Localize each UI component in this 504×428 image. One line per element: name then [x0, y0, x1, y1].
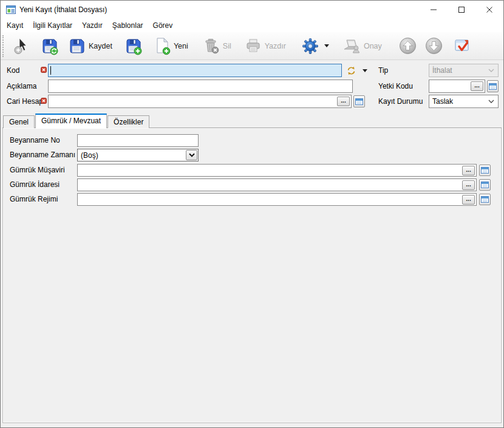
cari-hesap-field: ... — [48, 95, 352, 108]
beyanname-no-input[interactable] — [77, 134, 199, 147]
sync-gold-icon[interactable] — [346, 65, 357, 76]
header-form: Kod Tip İthalat Açıklama Yetki Kodu — [1, 60, 503, 114]
sil-label: Sil — [223, 42, 231, 50]
sil-button[interactable]: Sil — [200, 35, 234, 57]
kaydet-label: Kaydet — [89, 42, 112, 50]
new-page-icon — [154, 37, 171, 55]
beyanname-zamani-label: Beyanname Zamanı — [10, 149, 75, 161]
menu-gorev[interactable]: Görev — [148, 20, 178, 31]
kaydet-button[interactable]: Kaydet — [66, 35, 115, 57]
form-picker-icon — [481, 196, 489, 203]
aciklama-label: Açıklama — [7, 80, 36, 93]
tip-value: İthalat — [432, 66, 452, 75]
gumruk-mevzuat-panel: Beyanname No Beyanname Zamanı (Boş) Gümr… — [2, 128, 502, 423]
gumruk-idaresi-picker-button[interactable] — [479, 179, 491, 191]
cursor-add-icon — [13, 37, 30, 55]
gumruk-rejimi-picker-button[interactable] — [479, 194, 491, 205]
gumruk-idaresi-field: ... — [77, 178, 477, 191]
beyanname-zamani-combo[interactable]: (Boş) — [77, 149, 199, 161]
save-new-button[interactable] — [121, 35, 146, 58]
gumruk-rejimi-label: Gümrük Rejimi — [10, 193, 58, 206]
maximize-icon — [458, 7, 465, 13]
minimize-icon — [431, 7, 437, 13]
kod-input[interactable] — [48, 64, 342, 77]
gumruk-musaviri-label: Gümrük Müşaviri — [10, 164, 65, 177]
form-picker-icon — [481, 167, 489, 174]
arrow-up-circle-icon — [399, 37, 417, 55]
yetki-kodu-field: ... — [429, 80, 485, 93]
gumruk-musaviri-input[interactable] — [78, 165, 476, 176]
save-refresh-button[interactable] — [38, 35, 62, 58]
toolbar-grip[interactable] — [2, 35, 5, 57]
yeni-button[interactable]: Yeni — [151, 35, 191, 58]
form-picker-icon — [355, 98, 363, 105]
window-title: Yeni Kayıt (İthalat Dosyası) — [19, 5, 420, 14]
gumruk-musaviri-ellipsis-button[interactable]: ... — [462, 166, 475, 175]
toolbar: Kaydet Yeni — [1, 32, 503, 60]
text-caret — [50, 66, 51, 75]
tab-gumruk-mevzuat[interactable]: Gümrük / Mevzuat — [35, 114, 107, 128]
select-add-button[interactable] — [10, 35, 33, 58]
save-refresh-icon — [41, 37, 59, 55]
beyanname-zamani-value: (Boş) — [78, 151, 186, 160]
tab-genel[interactable]: Genel — [3, 115, 35, 128]
tab-strip: Genel Gümrük / Mevzuat Özellikler — [1, 114, 503, 128]
gumruk-idaresi-label: Gümrük İdaresi — [10, 178, 60, 191]
approve-icon — [342, 38, 361, 55]
gumruk-musaviri-picker-button[interactable] — [479, 165, 491, 176]
menu-sablonlar[interactable]: Şablonlar — [107, 20, 148, 31]
menu-ilgili-kayitlar[interactable]: İlgili Kayıtlar — [28, 20, 77, 31]
gumruk-rejimi-input[interactable] — [78, 194, 476, 205]
window: Yeni Kayıt (İthalat Dosyası) Kayıt İlgil… — [0, 0, 504, 428]
menu-kayit[interactable]: Kayıt — [2, 20, 28, 31]
cari-hesap-ellipsis-button[interactable]: ... — [337, 97, 350, 106]
yetki-kodu-label: Yetki Kodu — [378, 80, 413, 93]
gumruk-rejimi-ellipsis-button[interactable]: ... — [462, 195, 475, 205]
close-button[interactable] — [475, 1, 503, 19]
close-icon — [486, 7, 492, 13]
cari-hesap-label: Cari Hesap — [7, 95, 43, 108]
kayit-durumu-combo[interactable]: Taslak — [429, 95, 499, 108]
kayit-durumu-label: Kayıt Durumu — [378, 95, 423, 108]
combo-drop-button[interactable] — [186, 150, 197, 160]
chevron-down-bold-icon — [189, 153, 195, 157]
onay-label: Onay — [364, 42, 382, 50]
menu-yazdir[interactable]: Yazdır — [77, 20, 107, 31]
cari-hesap-input[interactable] — [49, 95, 351, 107]
aciklama-input[interactable] — [48, 80, 353, 93]
move-down-button[interactable] — [422, 35, 446, 57]
tip-combo: İthalat — [429, 64, 499, 77]
form-picker-icon — [481, 182, 489, 188]
tab-ozellikler[interactable]: Özellikler — [107, 115, 149, 128]
kod-dropdown-arrow-icon[interactable] — [363, 69, 367, 72]
apply-check-button[interactable] — [451, 35, 475, 57]
cari-hesap-picker-button[interactable] — [353, 95, 365, 107]
yetki-kodu-ellipsis-button[interactable]: ... — [471, 81, 483, 91]
settings-button[interactable] — [299, 35, 332, 57]
yetki-kodu-picker-button[interactable] — [487, 80, 499, 92]
onay-button[interactable]: Onay — [339, 35, 385, 57]
title-bar: Yeni Kayıt (İthalat Dosyası) — [1, 1, 503, 19]
menu-bar: Kayıt İlgili Kayıtlar Yazdır Şablonlar G… — [1, 19, 503, 32]
gear-dropdown-arrow-icon[interactable] — [324, 44, 329, 47]
beyanname-no-label: Beyanname No — [10, 134, 60, 147]
caption-buttons — [420, 1, 503, 19]
tip-label: Tip — [378, 64, 388, 77]
form-window-icon — [6, 5, 16, 14]
arrow-down-circle-icon — [425, 37, 443, 55]
yeni-label: Yeni — [174, 42, 188, 50]
chevron-down-icon — [488, 100, 494, 103]
chevron-down-icon — [488, 69, 494, 72]
maximize-button[interactable] — [448, 1, 475, 19]
gumruk-idaresi-input[interactable] — [78, 179, 476, 191]
minimize-button[interactable] — [420, 1, 448, 19]
yazdir-button[interactable]: Yazdır — [242, 36, 289, 56]
kayit-durumu-value: Taslak — [432, 97, 453, 106]
move-up-button[interactable] — [396, 35, 420, 57]
yazdir-label: Yazdır — [265, 42, 286, 50]
save-plus-icon — [124, 37, 143, 55]
kod-label: Kod — [7, 64, 19, 77]
gumruk-idaresi-ellipsis-button[interactable]: ... — [462, 180, 475, 190]
required-icon — [41, 98, 47, 104]
gumruk-rejimi-field: ... — [77, 193, 477, 206]
